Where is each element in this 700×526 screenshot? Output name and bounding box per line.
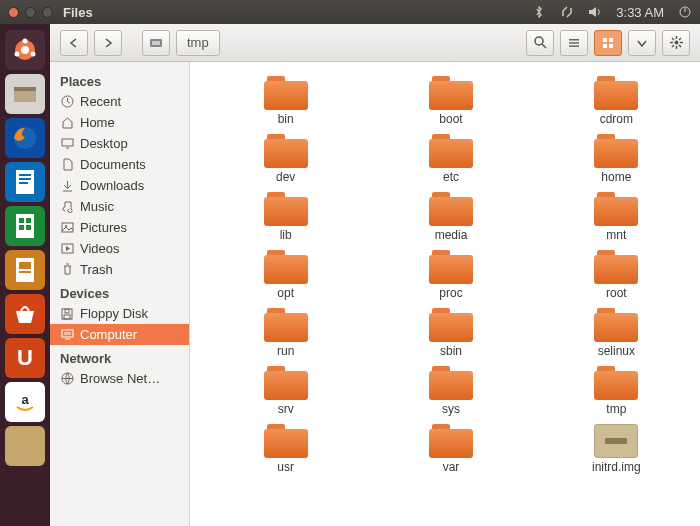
svg-rect-17: [26, 225, 31, 230]
sidebar-item-downloads[interactable]: Downloads: [50, 175, 189, 196]
computer-icon: [60, 329, 74, 341]
folder-icon: [429, 308, 473, 342]
launcher-amazon[interactable]: a: [5, 382, 45, 422]
folder-root[interactable]: root: [543, 250, 690, 300]
sidebar-item-music[interactable]: Music: [50, 196, 189, 217]
folder-dev[interactable]: dev: [212, 134, 359, 184]
launcher-software-center[interactable]: [5, 294, 45, 334]
folder-sys[interactable]: sys: [377, 366, 524, 416]
folder-lib[interactable]: lib: [212, 192, 359, 242]
folder-icon: [594, 366, 638, 400]
item-label: run: [277, 344, 294, 358]
folder-cdrom[interactable]: cdrom: [543, 76, 690, 126]
back-button[interactable]: [60, 30, 88, 56]
launcher-files[interactable]: [5, 74, 45, 114]
launcher-dash[interactable]: [5, 30, 45, 70]
launcher: U a: [0, 24, 50, 526]
folder-usr[interactable]: usr: [212, 424, 359, 474]
item-label: sbin: [440, 344, 462, 358]
folder-home[interactable]: home: [543, 134, 690, 184]
folder-icon: [264, 76, 308, 110]
sidebar-item-home[interactable]: Home: [50, 112, 189, 133]
file-initrd-img[interactable]: initrd.img: [543, 424, 690, 474]
sidebar-item-trash[interactable]: Trash: [50, 259, 189, 280]
launcher-impress[interactable]: [5, 250, 45, 290]
package-file-icon: [594, 424, 638, 458]
folder-etc[interactable]: etc: [377, 134, 524, 184]
folder-tmp[interactable]: tmp: [543, 366, 690, 416]
forward-button[interactable]: [94, 30, 122, 56]
videos-icon: [60, 243, 74, 255]
bluetooth-icon[interactable]: [532, 6, 546, 18]
launcher-writer[interactable]: [5, 162, 45, 202]
folder-opt[interactable]: opt: [212, 250, 359, 300]
folder-boot[interactable]: boot: [377, 76, 524, 126]
folder-bin[interactable]: bin: [212, 76, 359, 126]
item-label: cdrom: [600, 112, 633, 126]
settings-button[interactable]: [662, 30, 690, 56]
launcher-calc[interactable]: [5, 206, 45, 246]
svg-rect-18: [16, 258, 34, 282]
app-title: Files: [63, 5, 93, 20]
folder-icon: [429, 76, 473, 110]
path-segment[interactable]: tmp: [176, 30, 220, 56]
sidebar-item-floppy-disk[interactable]: Floppy Disk: [50, 303, 189, 324]
sidebar-item-label: Videos: [80, 241, 120, 256]
folder-proc[interactable]: proc: [377, 250, 524, 300]
sidebar-item-recent[interactable]: Recent: [50, 91, 189, 112]
folder-icon: [429, 192, 473, 226]
item-label: usr: [277, 460, 294, 474]
svg-rect-11: [19, 178, 31, 180]
sidebar: Places RecentHomeDesktopDocumentsDownloa…: [50, 62, 190, 526]
svg-rect-34: [62, 139, 73, 146]
sidebar-item-videos[interactable]: Videos: [50, 238, 189, 259]
session-icon[interactable]: [678, 6, 692, 18]
content-area[interactable]: binbootcdromdevetchomelibmediamntoptproc…: [190, 62, 700, 526]
item-label: media: [435, 228, 468, 242]
path-label: tmp: [187, 35, 209, 50]
folder-icon: [264, 424, 308, 458]
folder-srv[interactable]: srv: [212, 366, 359, 416]
path-device-icon[interactable]: [142, 30, 170, 56]
sidebar-item-documents[interactable]: Documents: [50, 154, 189, 175]
close-window-button[interactable]: [8, 7, 19, 18]
view-options-button[interactable]: [628, 30, 656, 56]
folder-run[interactable]: run: [212, 308, 359, 358]
svg-rect-28: [603, 38, 607, 42]
sidebar-item-pictures[interactable]: Pictures: [50, 217, 189, 238]
view-grid-button[interactable]: [594, 30, 622, 56]
system-indicators: 3:33 AM: [532, 5, 692, 20]
minimize-window-button[interactable]: [25, 7, 36, 18]
launcher-misc[interactable]: [5, 426, 45, 466]
svg-rect-25: [569, 39, 579, 41]
launcher-firefox[interactable]: [5, 118, 45, 158]
clock[interactable]: 3:33 AM: [616, 5, 664, 20]
item-label: boot: [439, 112, 462, 126]
folder-icon: [264, 134, 308, 168]
window-body: Places RecentHomeDesktopDocumentsDownloa…: [50, 62, 700, 526]
folder-var[interactable]: var: [377, 424, 524, 474]
folder-media[interactable]: media: [377, 192, 524, 242]
sidebar-item-desktop[interactable]: Desktop: [50, 133, 189, 154]
folder-icon: [429, 424, 473, 458]
folder-selinux[interactable]: selinux: [543, 308, 690, 358]
item-label: opt: [277, 286, 294, 300]
sidebar-item-label: Home: [80, 115, 115, 130]
svg-text:a: a: [21, 392, 29, 407]
maximize-window-button[interactable]: [42, 7, 53, 18]
view-list-button[interactable]: [560, 30, 588, 56]
folder-icon: [594, 250, 638, 284]
floppy-icon: [60, 308, 74, 320]
search-button[interactable]: [526, 30, 554, 56]
places-heading: Places: [50, 68, 189, 91]
launcher-ubuntu-one[interactable]: U: [5, 338, 45, 378]
sidebar-item-computer[interactable]: Computer: [50, 324, 189, 345]
folder-mnt[interactable]: mnt: [543, 192, 690, 242]
network-icon[interactable]: [560, 6, 574, 18]
top-menubar: Files 3:33 AM: [0, 0, 700, 24]
sidebar-item-browse-net-[interactable]: Browse Net…: [50, 368, 189, 389]
svg-rect-42: [64, 332, 71, 335]
folder-sbin[interactable]: sbin: [377, 308, 524, 358]
sound-icon[interactable]: [588, 6, 602, 18]
window-controls: [8, 7, 53, 18]
